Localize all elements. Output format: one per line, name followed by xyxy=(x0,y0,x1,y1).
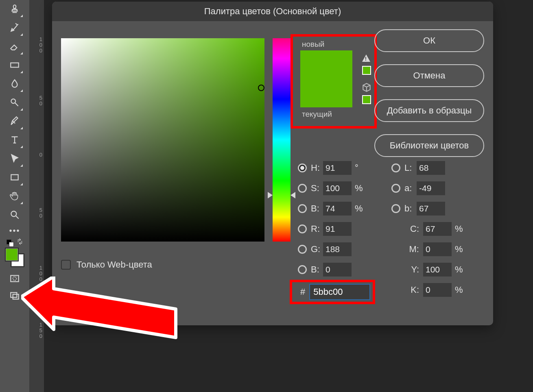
g-input[interactable] xyxy=(323,242,352,256)
s-label: S: xyxy=(311,183,323,194)
h-label: H: xyxy=(311,163,323,173)
hand-tool[interactable] xyxy=(7,189,22,203)
m-input[interactable] xyxy=(423,242,452,256)
zoom-tool[interactable] xyxy=(7,207,22,222)
foreground-color-swatch[interactable] xyxy=(5,248,19,261)
radio-g[interactable] xyxy=(298,245,307,254)
stamp-tool[interactable] xyxy=(7,2,22,16)
a-label: a: xyxy=(404,183,417,194)
web-colors-label: Только Web-цвета xyxy=(76,259,152,270)
c-input[interactable] xyxy=(423,222,452,236)
saturation-value-field[interactable] xyxy=(61,38,264,242)
color-fields: H: ° L: S: % a: xyxy=(298,158,485,300)
radio-a[interactable] xyxy=(391,184,400,193)
default-swap-row xyxy=(5,238,24,246)
l-input[interactable] xyxy=(417,161,445,175)
hue-handle[interactable] xyxy=(273,38,291,242)
s-unit: % xyxy=(355,183,365,194)
sv-cursor-icon xyxy=(258,85,264,91)
y-label: Y: xyxy=(404,264,419,275)
tool-panel: ••• xyxy=(0,0,29,392)
g-label: G: xyxy=(311,244,323,255)
history-brush-tool[interactable] xyxy=(7,20,22,35)
hex-row: # xyxy=(293,284,370,300)
svg-rect-6 xyxy=(11,292,17,297)
svg-rect-2 xyxy=(11,175,18,180)
web-colors-only-row: Только Web-цвета xyxy=(61,259,152,270)
k-unit: % xyxy=(455,285,465,295)
web-colors-checkbox[interactable] xyxy=(61,260,71,270)
svg-point-1 xyxy=(11,99,15,103)
pen-tool[interactable] xyxy=(7,114,22,128)
svg-point-5 xyxy=(13,277,17,281)
default-colors-icon-bg xyxy=(9,242,14,247)
ok-button[interactable]: ОК xyxy=(374,29,484,52)
b-unit: % xyxy=(355,203,365,214)
dialog-title: Палитра цветов (Основной цвет) xyxy=(52,2,493,21)
radio-h[interactable] xyxy=(298,163,307,172)
c-label: C: xyxy=(404,224,419,234)
y-input[interactable] xyxy=(423,263,452,277)
h-unit: ° xyxy=(355,163,365,173)
radio-b2[interactable] xyxy=(298,265,307,274)
quick-mask-icon[interactable] xyxy=(7,271,22,286)
svg-point-3 xyxy=(11,211,16,216)
eraser-tool[interactable] xyxy=(7,39,22,54)
radio-r[interactable] xyxy=(298,224,307,233)
dodge-tool[interactable] xyxy=(7,95,22,110)
gamut-warning-icon[interactable] xyxy=(362,54,370,62)
radio-l[interactable] xyxy=(391,163,400,172)
m-unit: % xyxy=(455,244,465,255)
c-unit: % xyxy=(455,224,465,234)
dialog-buttons: ОК Отмена Добавить в образцы Библиотеки … xyxy=(374,29,484,169)
radio-lab-b[interactable] xyxy=(391,204,400,213)
color-preview-patch[interactable] xyxy=(300,50,352,107)
current-color-label: текущий xyxy=(302,110,332,119)
websafe-suggest-swatch[interactable] xyxy=(362,95,371,104)
hue-slider[interactable] xyxy=(273,38,291,242)
rgb-b-label: B: xyxy=(311,264,323,275)
type-tool[interactable] xyxy=(7,133,22,147)
y-unit: % xyxy=(455,264,465,275)
svg-rect-4 xyxy=(11,275,19,281)
b-input[interactable] xyxy=(323,202,352,216)
websafe-warning-icon[interactable] xyxy=(361,82,372,94)
l-label: L: xyxy=(404,163,417,173)
m-label: M: xyxy=(404,244,419,255)
gamut-suggest-swatch[interactable] xyxy=(362,66,371,75)
color-swatches xyxy=(5,248,24,267)
h-input[interactable] xyxy=(323,161,352,175)
k-input[interactable] xyxy=(423,283,452,297)
svg-rect-7 xyxy=(13,294,19,299)
radio-s[interactable] xyxy=(298,184,307,193)
b-label: B: xyxy=(311,203,323,214)
annotation-highlight-hex xyxy=(290,280,375,304)
screen-mode-icon[interactable] xyxy=(7,288,22,303)
blur-tool[interactable] xyxy=(7,76,22,91)
svg-rect-0 xyxy=(11,63,19,68)
new-color-label: новый xyxy=(302,40,324,49)
k-label: K: xyxy=(404,285,419,295)
gradient-tool[interactable] xyxy=(7,58,22,72)
r-label: R: xyxy=(311,224,323,234)
vertical-ruler: 100 50 0 50 100 150 xyxy=(29,0,44,392)
lab-b-input[interactable] xyxy=(417,202,445,216)
color-picker-dialog: Палитра цветов (Основной цвет) новый тек… xyxy=(52,2,493,325)
color-libraries-button[interactable]: Библиотеки цветов xyxy=(374,134,484,157)
s-input[interactable] xyxy=(323,181,352,195)
rectangle-tool[interactable] xyxy=(7,170,22,185)
path-select-tool[interactable] xyxy=(7,151,22,166)
swap-colors-icon[interactable] xyxy=(16,238,24,245)
add-to-swatches-button[interactable]: Добавить в образцы xyxy=(374,99,484,122)
rgb-b-input[interactable] xyxy=(323,263,352,277)
a-input[interactable] xyxy=(417,181,445,195)
r-input[interactable] xyxy=(323,222,352,236)
edit-toolbar-icon[interactable]: ••• xyxy=(0,226,29,235)
lab-b-label: b: xyxy=(404,203,417,214)
cancel-button[interactable]: Отмена xyxy=(374,64,484,87)
color-preview-box: новый текущий xyxy=(295,38,373,124)
radio-b[interactable] xyxy=(298,204,307,213)
